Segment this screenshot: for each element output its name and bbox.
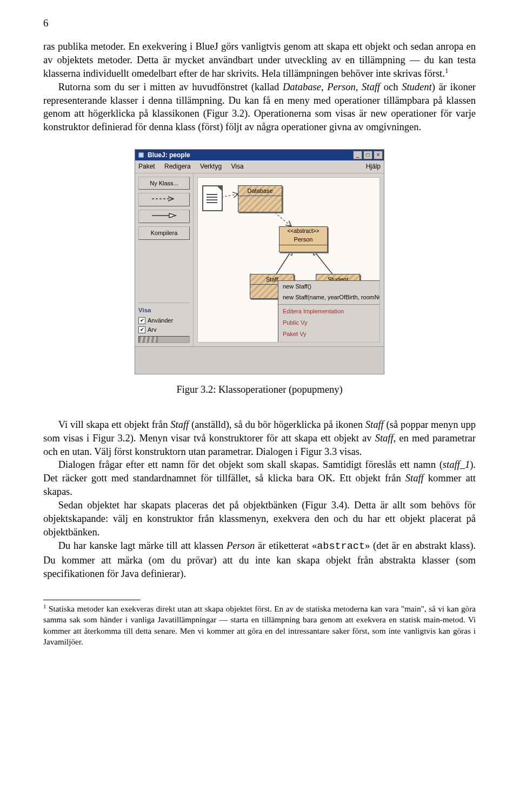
p2i3: Staff xyxy=(362,82,380,92)
footnote-1: 1 Statiska metoder kan exekveras direkt … xyxy=(43,603,476,647)
p6a: Du har kanske lagt märke till att klasse… xyxy=(58,540,227,551)
close-button[interactable]: × xyxy=(374,151,383,159)
object-bench[interactable] xyxy=(135,346,384,374)
menu-paket[interactable]: Paket xyxy=(138,163,155,170)
p2i1: Database xyxy=(283,82,321,92)
body-after-figure: Vi vill skapa ett objekt från Staff (ans… xyxy=(43,418,476,581)
p2c: , xyxy=(356,82,362,92)
p2i4: Student xyxy=(402,82,432,92)
p2b: , xyxy=(321,82,327,92)
class-database-label: Database xyxy=(238,186,282,197)
page-number: 6 xyxy=(43,16,476,30)
class-database[interactable]: Database xyxy=(238,185,282,212)
uses-arrow-button[interactable] xyxy=(138,193,190,206)
menu-item-package-view[interactable]: Paket Vy xyxy=(278,328,380,340)
menu-item-edit-impl[interactable]: Editera Implementation xyxy=(278,306,380,317)
menu-item-new-staff-noarg[interactable]: new Staff() xyxy=(278,281,380,292)
p3i3: Staff xyxy=(375,433,394,444)
p2d: och xyxy=(380,82,402,92)
window-title: BlueJ: people xyxy=(148,151,353,159)
menu-visa[interactable]: Visa xyxy=(231,163,243,170)
p4i1: staff_1 xyxy=(443,459,470,470)
menu-hjalp[interactable]: Hjälp xyxy=(366,163,381,170)
view-panel-title: Visa xyxy=(138,306,190,315)
p6b: är etiketterat « xyxy=(255,540,317,551)
view-panel: Visa ✔ Använder ✔ Arv xyxy=(138,303,190,343)
menu-item-inherited-view[interactable]: Ärvd Vy xyxy=(278,340,380,343)
p5: Sedan objektet har skapats placeras det … xyxy=(43,499,476,539)
bluej-window: BlueJ: people _ □ × Paket Redigera Verkt… xyxy=(135,149,384,374)
class-person[interactable]: <<abstract>> Person xyxy=(279,226,328,252)
menu-item-new-staff-args[interactable]: new Staff(name, yearOfBirth, roomNumber) xyxy=(278,292,380,303)
p6m: abstract xyxy=(317,541,365,552)
abstract-stereotype: <<abstract>> xyxy=(280,227,327,235)
app-icon xyxy=(137,151,145,159)
checkbox-uses-label: Använder xyxy=(148,317,173,325)
checkbox-icon: ✔ xyxy=(138,326,145,333)
p4a: Dialogen frågar efter ett namn för det o… xyxy=(58,459,443,470)
checkbox-uses-row[interactable]: ✔ Använder xyxy=(138,317,190,325)
checkbox-inherit-row[interactable]: ✔ Arv xyxy=(138,326,190,334)
new-class-button[interactable]: Ny Klass... xyxy=(138,177,190,190)
class-diagram-canvas[interactable]: Database <<abstract>> Person Staff Stude… xyxy=(197,177,380,343)
workspace: Ny Klass... Kompilera Visa xyxy=(135,173,384,346)
p6i1: Person xyxy=(227,540,255,551)
class-person-label: Person xyxy=(280,234,327,245)
svg-rect-0 xyxy=(138,152,144,158)
maximize-button[interactable]: □ xyxy=(363,151,372,159)
paragraph-1: ras publika metoder. En exekvering i Blu… xyxy=(43,40,476,135)
window-titlebar: BlueJ: people _ □ × xyxy=(135,150,384,160)
para1-text: ras publika metoder. En exekvering i Blu… xyxy=(43,41,476,79)
checkbox-inherit-label: Arv xyxy=(148,326,157,334)
footnote-ref-1: 1 xyxy=(445,66,448,74)
dashed-arrow-icon xyxy=(151,196,178,203)
p4i2: Staff xyxy=(405,473,424,484)
readme-icon[interactable] xyxy=(202,185,223,211)
p2i2: Person xyxy=(327,82,355,92)
checkbox-icon: ✔ xyxy=(138,317,145,324)
menu-verktyg[interactable]: Verktyg xyxy=(200,163,222,170)
footnote-rule xyxy=(43,600,141,600)
p3i2: Staff xyxy=(365,419,384,430)
p3b: (anställd), så du bör högerklicka på iko… xyxy=(189,419,365,430)
class-context-menu: new Staff() new Staff(name, yearOfBirth,… xyxy=(278,280,380,343)
side-panel: Ny Klass... Kompilera Visa xyxy=(135,173,194,346)
footnote-text: Statiska metoder kan exekveras direkt ut… xyxy=(43,604,476,646)
solid-arrow-icon xyxy=(151,213,178,219)
svg-line-5 xyxy=(221,194,238,197)
menu-item-public-view[interactable]: Public Vy xyxy=(278,317,380,328)
menu-redigera[interactable]: Redigera xyxy=(164,163,191,170)
inherit-arrow-button[interactable] xyxy=(138,210,190,223)
p3i1: Staff xyxy=(170,419,189,430)
svg-marker-3 xyxy=(169,213,176,218)
p2a: Rutorna som du ser i mitten av huvudföns… xyxy=(58,82,283,92)
progress-bar xyxy=(138,336,190,343)
compile-button[interactable]: Kompilera xyxy=(138,226,190,240)
figure-caption: Figur 3.2: Klassoperationer (popupmeny) xyxy=(43,383,476,397)
menu-bar: Paket Redigera Verktyg Visa Hjälp xyxy=(135,160,384,173)
p3a: Vi vill skapa ett objekt från xyxy=(58,419,171,430)
minimize-button[interactable]: _ xyxy=(353,151,362,159)
